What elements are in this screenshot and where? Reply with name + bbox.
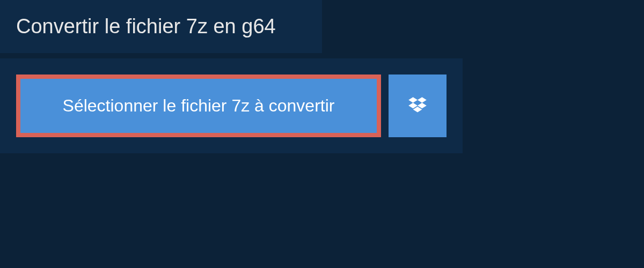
page-title-text: Convertir le fichier 7z en g64 (16, 15, 276, 38)
select-file-button[interactable]: Sélectionner le fichier 7z à convertir (16, 75, 381, 137)
dropbox-icon (406, 95, 429, 117)
select-file-label: Sélectionner le fichier 7z à convertir (63, 96, 335, 116)
page-title: Convertir le fichier 7z en g64 (0, 0, 322, 53)
dropbox-button[interactable] (389, 75, 447, 137)
upload-panel: Sélectionner le fichier 7z à convertir (0, 58, 463, 153)
